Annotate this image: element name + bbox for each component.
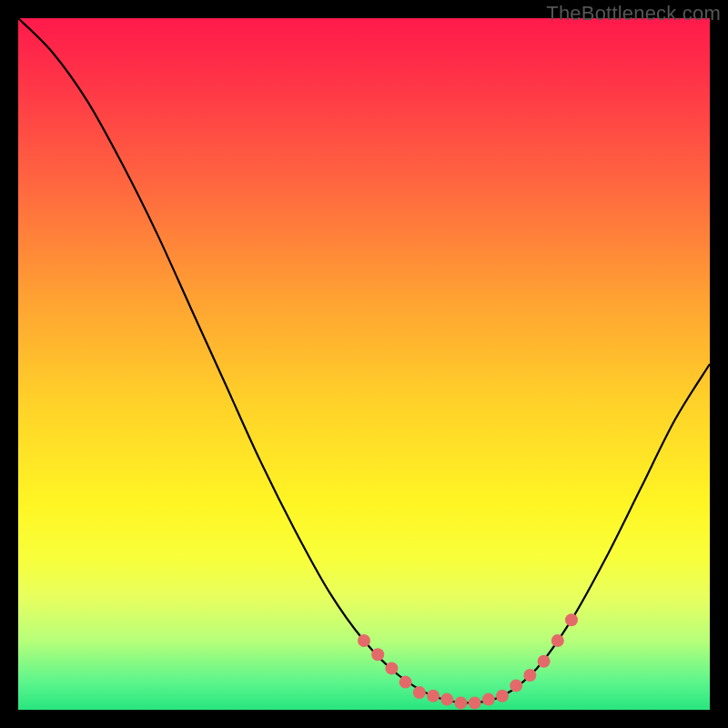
marker-point — [551, 634, 564, 647]
marker-point — [385, 662, 398, 674]
marker-point — [523, 669, 536, 682]
marker-point — [496, 690, 509, 703]
marker-point — [440, 693, 453, 706]
marker-point — [538, 655, 551, 668]
marker-point — [358, 634, 370, 647]
marker-point — [469, 696, 481, 709]
chart-plot-area — [18, 18, 710, 710]
marker-point — [565, 613, 578, 626]
marker-point — [399, 676, 412, 689]
marker-point — [482, 693, 495, 706]
marker-point — [454, 696, 467, 709]
marker-point — [510, 679, 522, 692]
marker-point — [413, 686, 426, 699]
gradient-background — [18, 18, 710, 710]
marker-point — [371, 648, 384, 661]
marker-point — [427, 690, 440, 703]
watermark-text: TheBottleneck.com — [546, 2, 721, 25]
chart-svg — [18, 18, 710, 710]
